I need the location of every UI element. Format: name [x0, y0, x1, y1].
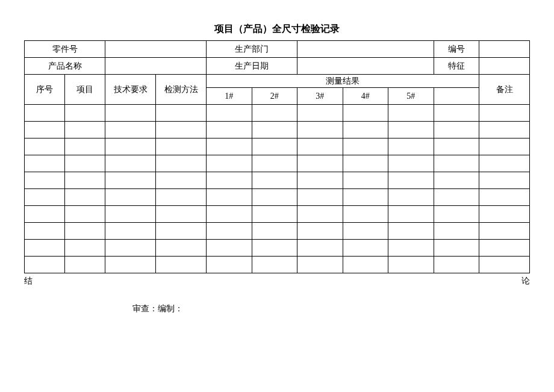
conclusion-left: 结: [24, 276, 33, 287]
table-row: [25, 105, 530, 122]
column-header-row-1: 序号 项目 技术要求 检测方法 测量结果 备注: [25, 75, 530, 88]
inspection-table: 零件号 生产部门 编号 产品名称 生产日期 特征 序号 项目 技术要求 检测方法…: [24, 40, 530, 273]
prod-date-label: 生产日期: [207, 58, 297, 75]
conclusion-row: 结 论: [24, 273, 530, 287]
code-value: [479, 41, 530, 58]
inspection-table-wrap: 零件号 生产部门 编号 产品名称 生产日期 特征 序号 项目 技术要求 检测方法…: [24, 40, 530, 273]
col-r4: 4#: [343, 88, 388, 105]
table-row: [25, 138, 530, 155]
col-r3: 3#: [297, 88, 343, 105]
table-row: [25, 122, 530, 138]
part-no-label: 零件号: [25, 41, 105, 58]
col-r-extra: [434, 88, 479, 105]
table-row: [25, 223, 530, 240]
part-no-value: [105, 41, 207, 58]
dept-value: [297, 41, 434, 58]
table-row: [25, 172, 530, 189]
info-row-2: 产品名称 生产日期 特征: [25, 58, 530, 75]
table-row: [25, 257, 530, 273]
dept-label: 生产部门: [207, 41, 297, 58]
info-row-1: 零件号 生产部门 编号: [25, 41, 530, 58]
col-r1: 1#: [207, 88, 252, 105]
col-method: 检测方法: [156, 75, 207, 105]
col-r5: 5#: [388, 88, 434, 105]
col-r2: 2#: [252, 88, 297, 105]
sign-text: 审查：编制：: [132, 304, 183, 313]
prod-date-value: [297, 58, 434, 75]
sign-row: 审查：编制：: [24, 287, 530, 314]
col-result-group: 测量结果: [207, 75, 479, 88]
col-tech-req: 技术要求: [105, 75, 156, 105]
feature-label: 特征: [434, 58, 479, 75]
col-item: 项目: [65, 75, 105, 105]
feature-value: [479, 58, 530, 75]
table-row: [25, 240, 530, 257]
table-row: [25, 206, 530, 223]
table-row: [25, 155, 530, 172]
page-title: 项目（产品）全尺寸检验记录: [0, 0, 554, 40]
product-name-label: 产品名称: [25, 58, 105, 75]
code-label: 编号: [434, 41, 479, 58]
table-row: [25, 189, 530, 206]
product-name-value: [105, 58, 207, 75]
col-seq: 序号: [25, 75, 65, 105]
col-remark: 备注: [479, 75, 530, 105]
conclusion-right: 论: [521, 276, 530, 287]
